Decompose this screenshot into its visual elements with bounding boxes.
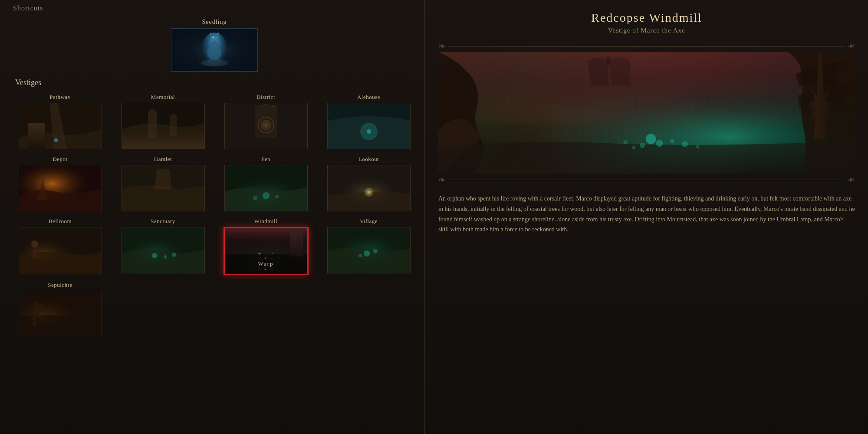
vestige-item-village[interactable]: Village	[322, 218, 416, 275]
vestige-label-windmill: Windmill	[254, 218, 277, 225]
vestige-item-alehouse[interactable]: Alehouse	[322, 94, 416, 149]
vestiges-grid: Pathway Memorial	[13, 94, 416, 337]
vestige-thumb-sepulchre	[19, 291, 102, 337]
vestige-label-alehouse: Alehouse	[357, 94, 380, 101]
vestige-label-depot: Depot	[53, 156, 67, 163]
vestige-thumb-img-district	[225, 103, 307, 149]
ornament-tr: ❧	[848, 41, 855, 51]
vestige-item-lookout[interactable]: Lookout	[322, 156, 416, 211]
shortcuts-section: Shortcuts Seedling	[13, 4, 416, 72]
vestige-thumb-alehouse	[327, 103, 411, 149]
ornament-tl: ❧	[438, 41, 446, 51]
vestige-thumb-img-fen	[225, 165, 307, 211]
ornament-br: ❧	[848, 174, 855, 185]
vestige-thumb-img-hamlet	[122, 165, 204, 211]
svg-point-0	[201, 59, 227, 66]
seedling-image[interactable]	[171, 28, 258, 72]
svg-point-17	[263, 192, 270, 199]
vestige-thumb-lookout	[327, 165, 411, 211]
svg-point-44	[358, 254, 362, 257]
svg-point-42	[364, 250, 370, 256]
vestiges-header: Vestiges	[13, 78, 416, 87]
svg-point-53	[632, 146, 636, 149]
detail-image	[438, 52, 855, 174]
left-panel: Shortcuts Seedling	[0, 0, 425, 434]
vestige-item-memorial[interactable]: Memorial	[116, 94, 210, 149]
svg-point-29	[152, 253, 157, 258]
ornament-bl: ❧	[438, 174, 446, 185]
svg-point-43	[373, 249, 378, 253]
vestige-thumb-district	[224, 103, 308, 149]
vestige-label-village: Village	[360, 218, 378, 225]
seedling-container: Seedling	[13, 19, 416, 72]
shortcuts-header: Shortcuts	[13, 4, 416, 14]
vestige-item-sanctuary[interactable]: Sanctuary	[116, 218, 210, 275]
vestige-label-hamlet: Hamlet	[154, 156, 172, 163]
svg-point-11	[367, 129, 371, 134]
svg-point-30	[164, 255, 167, 259]
vestige-thumb-hamlet	[122, 165, 205, 211]
vestige-thumb-windmill: ~ ❧ ~ Warp ~ ❧ ~	[224, 227, 309, 275]
vestige-thumb-bellroom	[19, 227, 102, 273]
vestige-thumb-img-sepulchre	[19, 291, 102, 337]
vestige-thumb-img-windmill: ~ ❧ ~ Warp ~ ❧ ~	[225, 228, 307, 274]
vestige-thumb-fen	[224, 165, 308, 211]
seedling-label: Seedling	[202, 19, 227, 26]
vestige-item-hamlet[interactable]: Hamlet	[116, 156, 210, 211]
warp-ornament-top: ~ ❧ ~	[258, 256, 274, 260]
vestige-label-sanctuary: Sanctuary	[151, 218, 175, 225]
warp-ornament-bottom: ~ ❧ ~	[258, 267, 274, 272]
vestige-thumb-sanctuary	[122, 227, 205, 273]
svg-point-55	[623, 140, 628, 145]
vestige-thumb-depot	[19, 165, 102, 211]
vestige-item-depot[interactable]: Depot	[13, 156, 107, 211]
detail-title: Redcopse Windmill	[438, 11, 855, 25]
detail-image-wrapper: ❧ ❧	[438, 41, 855, 185]
vestige-thumb-img-bellroom	[19, 227, 102, 273]
svg-point-54	[682, 141, 688, 147]
vestige-thumb-img-memorial	[122, 103, 204, 149]
main-container: Shortcuts Seedling	[0, 0, 868, 434]
vestige-thumb-pathway	[19, 103, 102, 149]
vestige-label-memorial: Memorial	[151, 94, 175, 101]
vestige-label-lookout: Lookout	[358, 156, 379, 163]
svg-point-1	[212, 36, 217, 41]
svg-point-56	[696, 145, 700, 148]
vestige-item-fen[interactable]: Fen	[219, 156, 313, 211]
vestige-thumb-img-sanctuary	[122, 227, 204, 273]
vestige-item-bellroom[interactable]: Bellroom	[13, 218, 107, 275]
detail-description: An orphan who spent his life roving with…	[438, 194, 855, 235]
svg-point-49	[646, 134, 656, 144]
vestige-item-district[interactable]: District	[219, 94, 313, 149]
svg-point-4	[54, 138, 58, 142]
svg-point-50	[656, 140, 663, 147]
vestige-thumb-img-depot	[19, 165, 102, 211]
vestige-label-fen: Fen	[261, 156, 270, 163]
svg-point-19	[275, 195, 279, 198]
svg-point-26	[31, 240, 38, 247]
warp-label: Warp	[258, 260, 274, 267]
vestige-label-pathway: Pathway	[49, 94, 70, 101]
vestiges-section: Vestiges Pathway	[13, 78, 416, 337]
vestige-label-sepulchre: Sepulchre	[48, 282, 72, 289]
vestige-thumb-memorial	[122, 103, 205, 149]
vestige-item-sepulchre[interactable]: Sepulchre	[13, 282, 107, 337]
vestige-thumb-img-alehouse	[328, 103, 410, 149]
vestige-thumb-village	[327, 227, 411, 273]
svg-point-51	[640, 143, 645, 148]
vestige-thumb-img-pathway	[19, 103, 102, 149]
vestige-thumb-img-village	[328, 227, 410, 273]
vestige-thumb-img-lookout	[328, 165, 410, 211]
svg-point-52	[670, 139, 674, 143]
vestige-label-bellroom: Bellroom	[49, 218, 72, 225]
svg-point-18	[253, 196, 257, 200]
svg-point-23	[367, 191, 371, 194]
right-panel: Redcopse Windmill Vestige of Marco the A…	[425, 0, 868, 434]
svg-point-2	[212, 36, 214, 38]
warp-button[interactable]: ~ ❧ ~ Warp ~ ❧ ~	[225, 254, 307, 274]
svg-point-31	[172, 253, 176, 257]
vestige-item-pathway[interactable]: Pathway	[13, 94, 107, 149]
detail-subtitle: Vestige of Marco the Axe	[438, 27, 855, 34]
vestige-label-district: District	[256, 94, 275, 101]
vestige-item-windmill[interactable]: Windmill	[219, 218, 313, 275]
